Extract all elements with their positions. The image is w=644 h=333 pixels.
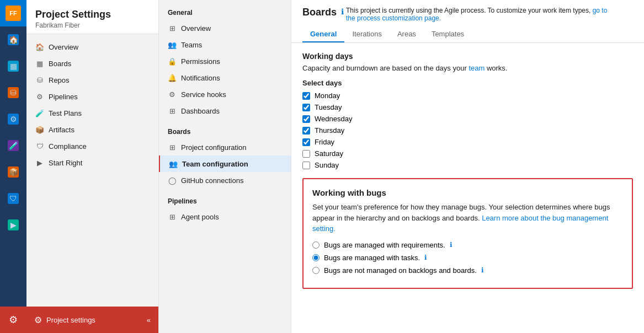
main-content: Boards ℹ This project is currently using…	[291, 0, 644, 333]
sp-item-label: Start Right	[49, 159, 82, 167]
settings-item-dashboards[interactable]: ⊞ Dashboards	[159, 103, 291, 119]
settings-item-github[interactable]: ◯ GitHub connections	[159, 172, 291, 189]
sp-item-compliance[interactable]: 🛡 Compliance	[26, 138, 158, 154]
radio-requirements[interactable]	[312, 241, 320, 249]
start-right-icon: ▶	[8, 219, 19, 230]
day-label-tuesday: Tuesday	[315, 103, 342, 111]
bug-option-requirements: Bugs are managed with requirements. ℹ	[312, 241, 623, 249]
settings-item-team-config[interactable]: 👥 Team configuration	[159, 155, 291, 172]
sp-item-label: Artifacts	[49, 126, 74, 134]
artifacts-icon: 📦	[8, 166, 19, 178]
day-monday: Monday	[302, 92, 633, 100]
nav-project-settings[interactable]: ⚙	[0, 307, 26, 333]
main-title: Boards	[302, 7, 337, 18]
tab-templates[interactable]: Templates	[424, 26, 472, 42]
org-header[interactable]: FF	[0, 0, 26, 26]
tab-general[interactable]: General	[302, 26, 344, 42]
radio-tasks[interactable]	[312, 254, 320, 261]
settings-item-label: Agent pools	[181, 213, 219, 221]
bug-option-not-managed: Bugs are not managed on backlogs and boa…	[312, 266, 623, 275]
checkbox-tuesday[interactable]	[302, 104, 310, 111]
sp-item-overview[interactable]: 🏠 Overview	[26, 39, 158, 55]
settings-item-teams[interactable]: 👥 Teams	[159, 36, 291, 53]
pipelines-section-label: Pipelines	[159, 189, 291, 208]
main-header: Boards ℹ This project is currently using…	[291, 0, 644, 43]
team-link[interactable]: team	[469, 64, 485, 72]
day-label-saturday: Saturday	[315, 149, 343, 158]
settings-item-overview[interactable]: ⊞ Overview	[159, 20, 291, 36]
working-with-bugs-section: Working with bugs Set your team's prefer…	[302, 178, 633, 289]
bug-not-managed-info-icon: ℹ	[481, 266, 484, 274]
checkbox-sunday[interactable]	[302, 162, 310, 169]
bug-option-tasks-label: Bugs are managed with tasks.	[324, 254, 420, 262]
bug-requirements-info-icon: ℹ	[450, 241, 453, 249]
tab-iterations[interactable]: Iterations	[344, 26, 389, 42]
bug-option-not-managed-label: Bugs are not managed on backlogs and boa…	[324, 266, 477, 275]
settings-item-label: Notifications	[181, 74, 220, 82]
org-avatar: FF	[6, 6, 21, 21]
settings-service-hooks-icon: ⚙	[168, 90, 177, 99]
main-body: Working days Capacity and burndown are b…	[291, 43, 644, 333]
sp-item-boards[interactable]: ▦ Boards	[26, 55, 158, 72]
settings-item-label: GitHub connections	[181, 176, 243, 185]
day-sunday: Sunday	[302, 161, 633, 169]
compliance-icon: 🛡	[8, 193, 19, 204]
nav-boards[interactable]: ▦	[0, 53, 26, 79]
nav-artifacts[interactable]: 📦	[0, 159, 26, 185]
settings-item-service-hooks[interactable]: ⚙ Service hooks	[159, 86, 291, 103]
nav-overview[interactable]: 🏠	[0, 26, 26, 53]
info-link[interactable]: go to the process customization page.	[346, 7, 607, 22]
checkbox-wednesday[interactable]	[302, 115, 310, 123]
second-panel-body: 🏠 Overview ▦ Boards ⛁ Repos ⚙ Pipelines …	[26, 34, 158, 307]
nav-start-right[interactable]: ▶	[0, 212, 26, 238]
select-days-label: Select days	[302, 79, 633, 87]
day-saturday: Saturday	[302, 149, 633, 158]
day-thursday: Thursday	[302, 126, 633, 135]
settings-gear-icon: ⚙	[34, 315, 42, 325]
left-navigation: FF 🏠 ▦ ⛁ ⚙ 🧪 📦 🛡 ▶ ⚙	[0, 0, 26, 333]
checkbox-friday[interactable]	[302, 138, 310, 146]
settings-item-permissions[interactable]: 🔒 Permissions	[159, 53, 291, 69]
working-days-desc: Capacity and burndown are based on the d…	[302, 64, 633, 72]
second-panel-header: Project Settings Fabrikam Fiber	[26, 0, 158, 34]
sp-item-artifacts[interactable]: 📦 Artifacts	[26, 121, 158, 138]
boards-section-label: Boards	[159, 119, 291, 139]
bug-option-tasks: Bugs are managed with tasks. ℹ	[312, 254, 623, 262]
sp-item-label: Compliance	[49, 142, 87, 151]
nav-compliance[interactable]: 🛡	[0, 185, 26, 212]
settings-overview-icon: ⊞	[168, 24, 177, 33]
radio-not-managed[interactable]	[312, 267, 320, 274]
sp-item-start-right[interactable]: ▶ Start Right	[26, 154, 158, 171]
day-tuesday: Tuesday	[302, 103, 633, 111]
settings-permissions-icon: 🔒	[168, 57, 177, 66]
sp-item-label: Overview	[49, 43, 78, 51]
bug-option-requirements-label: Bugs are managed with requirements.	[324, 241, 445, 249]
sp-item-repos[interactable]: ⛁ Repos	[26, 72, 158, 88]
project-settings-label: Project settings	[46, 316, 95, 324]
boards-icon: ▦	[8, 61, 19, 72]
tab-areas[interactable]: Areas	[390, 26, 424, 42]
checkbox-monday[interactable]	[302, 92, 310, 100]
settings-item-agent-pools[interactable]: ⊞ Agent pools	[159, 208, 291, 225]
nav-repos[interactable]: ⛁	[0, 79, 26, 106]
bug-tasks-info-icon: ℹ	[424, 254, 427, 261]
general-section-label: General	[159, 0, 291, 20]
day-label-friday: Friday	[315, 138, 334, 146]
sp-item-pipelines[interactable]: ⚙ Pipelines	[26, 88, 158, 105]
sp-item-test-plans[interactable]: 🧪 Test Plans	[26, 105, 158, 121]
settings-menu-panel: General ⊞ Overview 👥 Teams 🔒 Permissions…	[159, 0, 291, 333]
settings-notifications-icon: 🔔	[168, 73, 177, 82]
settings-item-notifications[interactable]: 🔔 Notifications	[159, 69, 291, 86]
settings-item-project-config[interactable]: ⊞ Project configuration	[159, 139, 291, 155]
settings-item-label: Dashboards	[181, 107, 220, 115]
sp-compliance-icon: 🛡	[35, 142, 44, 151]
settings-item-label: Service hooks	[181, 90, 226, 99]
nav-pipelines[interactable]: ⚙	[0, 106, 26, 132]
checkbox-saturday[interactable]	[302, 150, 310, 158]
bug-learn-more-link[interactable]: Learn more about the bug management sett…	[312, 214, 608, 233]
bug-section-desc: Set your team's preference for how they …	[312, 202, 623, 234]
project-settings-bottom[interactable]: ⚙ Project settings «	[26, 307, 158, 333]
nav-test-plans[interactable]: 🧪	[0, 132, 26, 159]
day-label-monday: Monday	[315, 92, 340, 100]
checkbox-thursday[interactable]	[302, 127, 310, 135]
